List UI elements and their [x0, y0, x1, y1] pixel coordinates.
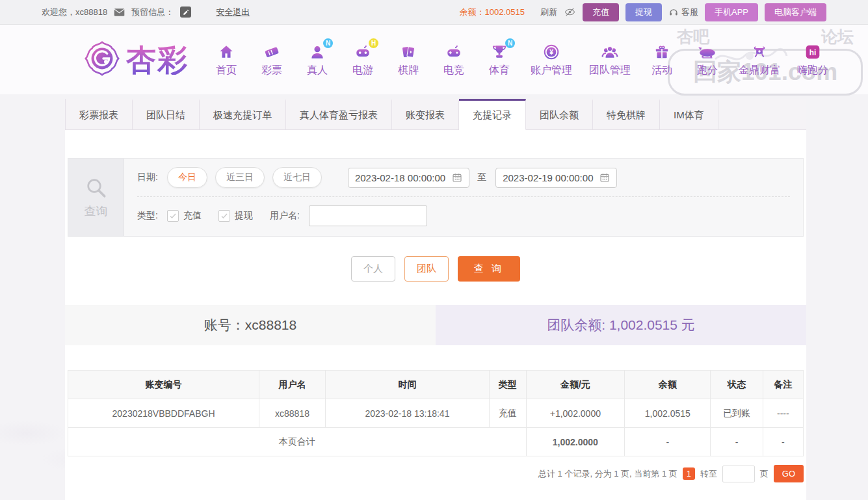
quick-3days-button[interactable]: 近三日 — [215, 167, 265, 188]
site-header: 杏彩 首页 彩票 N 真人 H 电游 — [0, 25, 868, 94]
nav-item-team-mgmt[interactable]: 团队管理 — [589, 42, 631, 77]
go-button[interactable]: GO — [774, 465, 804, 482]
tab-team-daily[interactable]: 团队日结 — [133, 99, 200, 130]
current-page-badge[interactable]: 1 — [683, 467, 695, 480]
hi-icon: hi — [803, 42, 822, 62]
nav-item-boardgames[interactable]: 棋牌 — [394, 42, 423, 77]
logout-link[interactable]: 安全退出 — [216, 7, 250, 18]
tab-fast-orders[interactable]: 极速充提订单 — [200, 99, 286, 130]
envelope-icon[interactable] — [114, 8, 125, 17]
col-type: 类型 — [490, 371, 527, 399]
table-row: 20230218VBBDDFABGH xc88818 2023-02-18 13… — [68, 399, 804, 428]
team-balance-value: 1,002.0515 元 — [609, 316, 695, 334]
nav-item-jinding[interactable]: 金鼎财富 — [739, 42, 780, 77]
col-balance: 余额 — [625, 371, 711, 399]
tab-special-boardgames[interactable]: 特免棋牌 — [593, 99, 660, 130]
cell-time: 2023-02-18 13:18:41 — [325, 399, 489, 428]
logo-mark-icon — [83, 40, 121, 80]
username-label: 用户名: — [270, 210, 300, 222]
pagination-summary: 总计 1 个记录, 分为 1 页, 当前第 1 页 — [538, 468, 677, 480]
ding-icon — [750, 42, 769, 62]
col-remark: 备注 — [763, 371, 803, 399]
tab-team-balance[interactable]: 团队余额 — [526, 99, 593, 130]
badge-new: N — [323, 38, 333, 48]
ticket-icon — [262, 42, 282, 62]
svg-text:hi: hi — [809, 47, 817, 57]
tab-im-sports[interactable]: IM体育 — [660, 99, 718, 130]
cell-remark: ---- — [763, 399, 803, 428]
team-button[interactable]: 团队 — [404, 256, 449, 282]
table-header-row: 账变编号 用户名 时间 类型 金额/元 余额 状态 备注 — [68, 371, 804, 399]
refresh-link[interactable]: 刷新 — [540, 7, 557, 18]
gift-icon — [652, 42, 672, 62]
calendar-icon — [452, 172, 462, 183]
tab-account-change[interactable]: 账变报表 — [392, 99, 459, 130]
tab-deposit-withdraw-records[interactable]: 充提记录 — [459, 99, 526, 130]
nav-item-live[interactable]: N 真人 — [303, 42, 332, 77]
tab-lottery-report[interactable]: 彩票报表 — [66, 99, 133, 130]
account-bar: 账号：xc88818 团队余额: 1,002.0515 元 — [65, 305, 806, 345]
gamepad-icon — [444, 42, 464, 62]
username-input[interactable] — [309, 205, 427, 226]
col-amount: 金额/元 — [526, 371, 625, 399]
total-balance: - — [625, 428, 711, 456]
page-jump-input[interactable] — [722, 466, 755, 482]
filter-fields: 日期: 今日 近三日 近七日 2023-02-18 00:00:00 至 202… — [124, 159, 803, 236]
nav-item-lottery[interactable]: 彩票 — [257, 42, 286, 77]
search-button[interactable]: 查 询 — [458, 256, 520, 282]
withdraw-button[interactable]: 提现 — [625, 3, 662, 21]
customer-service[interactable]: 客服 — [668, 7, 698, 18]
date-to-input[interactable]: 2023-02-19 00:00:00 — [495, 168, 617, 188]
actions-row: 个人 团队 查 询 — [65, 256, 806, 282]
total-remark: - — [763, 428, 803, 456]
mobile-app-button[interactable]: 手机APP — [705, 3, 758, 21]
divider — [137, 196, 790, 197]
to-label: 至 — [477, 172, 486, 183]
gamepad-icon: H — [353, 42, 373, 62]
svg-text:¥: ¥ — [549, 49, 553, 56]
home-icon — [217, 42, 236, 62]
type-label: 类型: — [137, 210, 158, 222]
col-status: 状态 — [711, 371, 763, 399]
nav-item-promotions[interactable]: 活动 — [648, 42, 676, 77]
people-icon — [600, 42, 620, 62]
withdraw-checkbox[interactable] — [218, 210, 230, 222]
nav-item-home[interactable]: 首页 — [212, 42, 241, 77]
nav-item-sports[interactable]: N 体育 — [485, 42, 514, 77]
table-total-row: 本页合计 1,002.0000 - - - — [68, 428, 804, 456]
nav-item-account-mgmt[interactable]: ¥ 账户管理 — [531, 42, 572, 77]
coin-icon: ¥ — [542, 42, 561, 62]
records-table: 账变编号 用户名 时间 类型 金额/元 余额 状态 备注 20230218VBB… — [68, 370, 804, 456]
content-area: 彩票报表 团队日结 极速充提订单 真人体育盈亏报表 账变报表 充提记录 团队余额… — [0, 99, 868, 500]
nav-item-egames[interactable]: H 电游 — [349, 42, 377, 77]
eye-slash-icon[interactable] — [564, 7, 576, 18]
deposit-checkbox[interactable] — [167, 210, 179, 222]
quick-today-button[interactable]: 今日 — [167, 167, 207, 188]
col-change-id: 账变编号 — [68, 371, 259, 399]
nav-item-hipaofen[interactable]: hi 嗨跑分 — [797, 42, 828, 77]
date-from-input[interactable]: 2023-02-18 00:00:00 — [348, 168, 469, 188]
person-icon: N — [308, 42, 327, 62]
filter-box: 查询 日期: 今日 近三日 近七日 2023-02-18 00:00:00 至 … — [68, 158, 804, 237]
calendar-icon — [599, 172, 610, 183]
brand-name: 杏彩 — [126, 45, 189, 75]
total-label: 本页合计 — [68, 428, 527, 456]
cell-balance: 1,002.0515 — [625, 399, 711, 428]
quick-7days-button[interactable]: 近七日 — [272, 167, 322, 188]
brand-logo[interactable]: 杏彩 — [83, 40, 189, 80]
cell-username: xc88818 — [259, 399, 326, 428]
trophy-icon: N — [490, 42, 509, 62]
edit-pencil-icon[interactable] — [180, 7, 191, 18]
pc-client-button[interactable]: 电脑客户端 — [765, 3, 826, 21]
badge-new: N — [505, 38, 515, 48]
deposit-button[interactable]: 充值 — [583, 3, 619, 21]
tab-live-sports-pnl[interactable]: 真人体育盈亏报表 — [286, 99, 392, 130]
total-status: - — [711, 428, 763, 456]
personal-button[interactable]: 个人 — [351, 256, 395, 282]
goto-label: 转至 — [700, 468, 717, 480]
date-label: 日期: — [137, 172, 158, 183]
balance-text: 余额：1002.0515 — [460, 7, 525, 18]
nav-item-esports[interactable]: 电竞 — [440, 42, 468, 77]
filter-search-label: 查询 — [68, 159, 124, 236]
nav-item-paofen[interactable]: 跑分 — [693, 42, 722, 77]
